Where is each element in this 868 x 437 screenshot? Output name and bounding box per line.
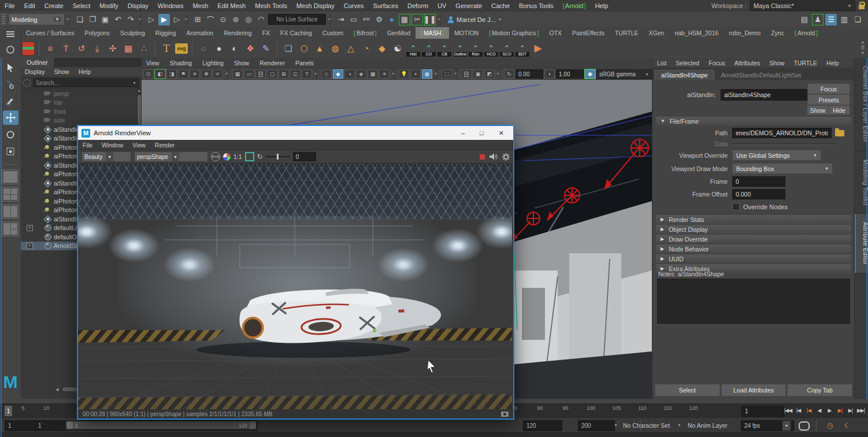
shelf-menu-icon[interactable] xyxy=(6,31,14,37)
menu-item[interactable]: Curves xyxy=(339,0,369,12)
shelf-tab[interactable]: Animation xyxy=(181,27,218,39)
range-slider[interactable]: 1 120 xyxy=(65,420,258,431)
bookmark-icon[interactable]: ⚑ xyxy=(178,69,188,79)
character-set-menu-icon[interactable]: ▼ xyxy=(614,423,618,427)
renderview-menu-item[interactable]: Render xyxy=(150,142,179,149)
ipr-render-icon[interactable]: IPR xyxy=(361,14,372,25)
collapsed-section-header[interactable]: ▶ Draw Override xyxy=(656,235,851,243)
standin-import-icon[interactable]: ❏ xyxy=(281,42,295,55)
torus-node-icon[interactable]: ◔ xyxy=(359,42,373,55)
attribute-editor-menu-item[interactable]: Focus xyxy=(704,60,730,66)
expand-icon[interactable] xyxy=(27,216,32,221)
expand-icon[interactable] xyxy=(27,118,32,123)
camera-select-icon[interactable]: ⌬ xyxy=(143,69,154,79)
shelf-badge-icon[interactable]: ⌃Ren xyxy=(469,41,483,56)
expand-icon[interactable] xyxy=(27,127,32,132)
arnold-renderview-icon[interactable]: ▦ xyxy=(399,14,410,25)
workspace-dropdown[interactable]: Maya Classic* ▼ xyxy=(750,1,855,11)
shadows-icon[interactable]: ◖ xyxy=(410,69,421,79)
select-tool[interactable] xyxy=(3,60,18,75)
expand-icon[interactable] xyxy=(27,180,32,186)
sphere-node-icon[interactable]: ⬡ xyxy=(297,42,311,55)
attribute-editor-menu-item[interactable]: Show xyxy=(765,60,789,66)
new-scene-icon[interactable]: ❏ xyxy=(74,14,86,25)
paint-select-tool[interactable] xyxy=(3,94,18,108)
attribute-editor-menu-item[interactable]: Selected xyxy=(671,60,704,66)
shelf-tab[interactable]: Polygons xyxy=(79,27,114,39)
rendered-image[interactable] xyxy=(78,164,512,409)
2d-pan-zoom-icon[interactable]: ✥ xyxy=(201,69,212,79)
playback-button[interactable]: |◀ xyxy=(804,405,814,416)
scroll-left-icon[interactable]: ◀ xyxy=(55,387,58,392)
shelf-tab[interactable]: GenMod xyxy=(382,27,416,39)
mash-world-icon[interactable]: ● xyxy=(212,42,226,55)
statusline-separator[interactable] xyxy=(438,14,443,25)
oversrub-icon[interactable]: ✍ xyxy=(213,69,223,79)
pyramid-node-icon[interactable]: △ xyxy=(344,42,358,55)
attribute-editor-menu-item[interactable]: Help xyxy=(822,60,844,66)
save-scene-icon[interactable]: ▣ xyxy=(99,14,111,25)
scale-tool[interactable] xyxy=(3,144,18,158)
shelf-tab[interactable]: Sculpting xyxy=(115,27,150,39)
zoom-ratio-label[interactable]: 1:1 xyxy=(233,153,242,160)
copy-tab-button[interactable]: Copy Tab xyxy=(787,384,852,397)
redo-icon[interactable]: ↷ xyxy=(125,14,136,25)
toggle-character-controls-icon[interactable]: ♟ xyxy=(812,14,824,25)
menu-set-dropdown[interactable]: Modeling ▼ xyxy=(8,13,65,25)
outliner-item[interactable]: top xyxy=(21,98,142,108)
xray-joints-icon[interactable]: ▣ xyxy=(473,69,483,79)
menu-item[interactable]: Display xyxy=(123,0,153,12)
animation-start-field[interactable]: 1 xyxy=(5,420,38,431)
rgb-channels-icon[interactable]: RGB xyxy=(211,152,220,161)
open-scene-icon[interactable]: ❐ xyxy=(87,14,98,25)
shelf-tab[interactable]: Custom xyxy=(317,27,348,39)
animation-end-field[interactable]: 200 xyxy=(578,420,615,431)
shelf-tab[interactable]: FX xyxy=(257,27,275,39)
menu-item[interactable]: Mesh xyxy=(188,0,213,12)
collapsed-section-header[interactable]: ▶ Render Stats xyxy=(656,215,851,224)
menu-item[interactable]: UV xyxy=(433,0,451,12)
collapsed-section-header[interactable]: ▶ UUID xyxy=(656,254,851,263)
settings-gear-icon[interactable] xyxy=(502,153,510,161)
textured-icon[interactable]: ◑ xyxy=(344,69,355,79)
shelf-tab[interactable]: Rendering xyxy=(218,27,257,39)
menu-item[interactable]: Surfaces xyxy=(369,0,403,12)
outliner-item[interactable]: front xyxy=(21,107,142,116)
menu-item[interactable]: Mesh Display xyxy=(292,0,339,12)
image-plane-icon[interactable]: ✈ xyxy=(190,69,200,79)
playback-loop-icon[interactable] xyxy=(799,421,810,431)
range-end-handle[interactable] xyxy=(250,421,256,429)
expand-icon[interactable] xyxy=(27,145,32,150)
field-chart-icon[interactable]: ⊞ xyxy=(279,69,289,79)
shelf-tab[interactable]: robo_Demo xyxy=(724,27,766,39)
shelf-tab[interactable]: FX Caching xyxy=(275,27,317,39)
snap-to-point-icon[interactable]: ⊙ xyxy=(217,14,229,25)
shelf-badge-icon[interactable]: ⌃CB xyxy=(437,41,451,56)
shelf-badge-icon[interactable]: ⌃Hist xyxy=(406,41,420,56)
expand-icon[interactable] xyxy=(27,208,32,213)
collapsed-section-header[interactable]: ▶ Node Behavior xyxy=(656,245,851,253)
viewport-override-dropdown[interactable]: Use Global Settings▼ xyxy=(732,150,821,161)
safe-title-icon[interactable]: T xyxy=(302,69,312,79)
shelf-tab[interactable]: Zync xyxy=(766,27,789,39)
expand-icon[interactable] xyxy=(27,172,32,177)
notes-resize-handle[interactable] xyxy=(658,268,849,268)
toggle-channel-box-icon[interactable]: ▤ xyxy=(799,14,810,25)
text-tool-icon[interactable]: T xyxy=(159,42,173,55)
viewport-menu-item[interactable]: Renderer xyxy=(255,60,290,66)
scatter-dots-icon[interactable]: ∴ xyxy=(137,42,151,55)
playback-button[interactable]: |◀◀ xyxy=(783,405,793,416)
select-hierarchy-icon[interactable]: ▷ xyxy=(146,14,157,25)
camera-attributes-icon[interactable]: ◨ xyxy=(166,69,177,79)
animation-preferences-icon[interactable]: ☇ xyxy=(841,421,851,429)
notification-sound-icon[interactable] xyxy=(489,153,498,160)
color-wheel-icon[interactable] xyxy=(223,153,231,161)
refresh-render-icon[interactable]: ↻ xyxy=(257,153,263,161)
playback-button[interactable]: ▶ xyxy=(825,405,834,416)
outliner-tab[interactable]: Outliner xyxy=(21,58,54,67)
snap-to-grid-icon[interactable]: ⊞ xyxy=(192,14,203,25)
menu-item[interactable]: Select xyxy=(68,0,95,12)
renderview-titlebar[interactable]: M Arnold RenderView – □ ✕ xyxy=(78,126,513,140)
outliner-menu-item[interactable]: Display xyxy=(21,67,49,76)
viewport-menu-item[interactable]: Lighting xyxy=(198,60,228,66)
